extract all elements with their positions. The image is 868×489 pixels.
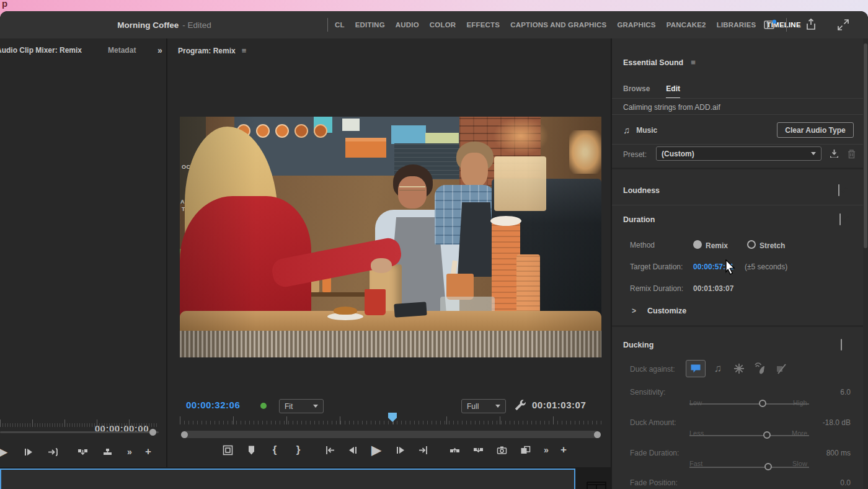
source-button-editor-add[interactable]: +	[140, 444, 156, 460]
project-title: Morning Coffee - Edited	[0, 11, 329, 38]
workspace-switcher-icon[interactable]	[763, 17, 777, 32]
program-button-editor-add[interactable]: +	[556, 442, 572, 458]
sequence-tracks-icon	[587, 481, 606, 489]
workspace-tab-graphics[interactable]: GRAPHICS	[617, 21, 655, 29]
delete-preset-icon[interactable]	[846, 148, 857, 163]
source-transport-overflow-icon[interactable]: »	[120, 444, 139, 460]
program-current-timecode[interactable]: 00:00:32:06	[186, 400, 240, 410]
duck-against-ambience-button[interactable]	[752, 362, 768, 375]
main-area: Audio Clip Mixer: Remix Metadat » 00:00:…	[0, 38, 868, 489]
comparison-view-button[interactable]	[513, 442, 537, 458]
clear-audio-type-button[interactable]: Clear Audio Type	[777, 122, 854, 138]
premiere-window: Morning Coffee - Edited CL EDITING AUDIO…	[0, 11, 868, 489]
sensitivity-value: 6.0	[795, 388, 851, 397]
go-to-in-button[interactable]	[317, 442, 341, 458]
source-ruler[interactable]	[0, 415, 159, 427]
duck-against-sfx-button[interactable]	[731, 362, 747, 375]
play-button[interactable]: ▶	[365, 442, 388, 458]
workspace-tab-pancake2[interactable]: PANCAKE2	[666, 21, 706, 29]
mark-in-button[interactable]: {	[263, 442, 286, 458]
workspace-tab-captions-and-graphics[interactable]: CAPTIONS AND GRAPHICS	[510, 21, 606, 29]
fade-duration-slider[interactable]	[689, 467, 809, 468]
source-scrollbar-knob[interactable]	[149, 429, 156, 436]
source-step-forward-button[interactable]	[16, 444, 40, 460]
preset-select[interactable]: (Custom)	[656, 146, 822, 161]
source-play-button[interactable]: ▶	[0, 444, 15, 460]
fade-duration-min-label: Fast	[689, 460, 702, 467]
fullscreen-icon[interactable]	[836, 17, 851, 32]
tab-edit[interactable]: Edit	[666, 84, 680, 99]
target-duration-label: Target Duration:	[630, 262, 683, 271]
sensitivity-slider[interactable]	[689, 403, 809, 405]
fade-duration-max-label: Slow	[792, 460, 807, 467]
source-overwrite-button[interactable]	[95, 444, 119, 460]
workspace-tab-audio[interactable]: AUDIO	[396, 21, 419, 29]
preset-value: (Custom)	[662, 150, 694, 158]
workspace-tab-libraries[interactable]: LIBRARIES	[717, 21, 756, 29]
duck-amount-min-label: Less	[689, 429, 704, 437]
add-marker-button[interactable]	[239, 442, 263, 458]
panel-menu-icon[interactable]: ≡	[691, 58, 696, 67]
mark-out-button[interactable]: }	[286, 442, 310, 458]
title-bar: Morning Coffee - Edited CL EDITING AUDIO…	[0, 11, 868, 38]
tab-metadata[interactable]: Metadat	[108, 46, 153, 55]
divider	[612, 325, 863, 327]
fade-duration-slider-handle[interactable]	[764, 463, 772, 470]
save-preset-icon[interactable]	[828, 148, 840, 163]
workspace-tab-cl[interactable]: CL	[335, 21, 345, 29]
selected-clip-name: Caliming strings from ADD.aif	[623, 103, 720, 112]
workspace-tab-effects[interactable]: EFFECTS	[466, 21, 500, 29]
duration-checkbox[interactable]	[839, 213, 841, 225]
panel-overflow-icon[interactable]: »	[157, 45, 162, 55]
step-back-button[interactable]	[341, 442, 365, 458]
tab-program-remix[interactable]: Program: Remix ≡	[178, 46, 246, 55]
source-insert-button[interactable]	[71, 444, 94, 460]
source-go-to-out-button[interactable]	[41, 444, 64, 460]
timeline-panel[interactable]	[0, 469, 575, 489]
workspace-tab-color[interactable]: COLOR	[430, 21, 456, 29]
panel-menu-icon[interactable]: ≡	[242, 46, 247, 55]
remix-duration-label: Remix Duration:	[630, 284, 683, 293]
left-panel-tabs: Audio Clip Mixer: Remix Metadat »	[0, 38, 166, 62]
duck-against-dialogue-button[interactable]	[686, 360, 706, 377]
program-transport-overflow-icon[interactable]: »	[537, 442, 556, 458]
divider	[612, 114, 863, 115]
fade-position-value: 0.0	[795, 478, 851, 487]
program-zoom-scrollbar[interactable]	[181, 431, 600, 438]
chevron-down-icon	[811, 152, 816, 155]
duck-amount-slider-handle[interactable]	[763, 431, 771, 439]
loudness-checkbox[interactable]	[838, 184, 839, 196]
lift-button[interactable]	[443, 442, 466, 458]
essential-sound-panel: Essential Sound ≡ Browse Edit Caliming s…	[612, 38, 868, 489]
method-label: Method	[630, 241, 655, 249]
fade-position-label: Fade Position:	[630, 478, 678, 487]
tab-browse[interactable]: Browse	[623, 84, 650, 99]
export-frame-button[interactable]	[490, 442, 513, 458]
duck-against-mixed-button[interactable]	[773, 362, 789, 375]
program-scrollbar-knob-right[interactable]	[594, 431, 601, 438]
method-remix-label: Remix	[706, 241, 728, 250]
method-stretch-radio[interactable]	[747, 240, 756, 249]
source-scrollbar[interactable]	[0, 431, 159, 433]
ducking-section-label: Ducking	[623, 341, 653, 349]
tab-audio-clip-mixer[interactable]: Audio Clip Mixer: Remix	[0, 46, 82, 55]
essential-sound-scrollbar-thumb[interactable]	[864, 43, 867, 248]
program-scrollbar-knob-left[interactable]	[181, 431, 188, 438]
fade-duration-label: Fade Duration:	[630, 449, 679, 457]
extract-button[interactable]	[466, 442, 490, 458]
customize-label[interactable]: Customize	[647, 307, 686, 315]
method-remix-radio[interactable]	[693, 240, 702, 249]
go-to-out-button[interactable]	[412, 442, 435, 458]
safe-margins-button[interactable]	[216, 442, 239, 458]
duck-against-music-button[interactable]: ♫	[710, 362, 726, 375]
program-duration-timecode: 00:01:03:07	[532, 400, 586, 410]
ducking-checkbox[interactable]	[841, 339, 842, 351]
workspace-tab-editing[interactable]: EDITING	[355, 21, 385, 29]
export-share-icon[interactable]	[804, 17, 818, 32]
customize-chevron-icon[interactable]: >	[632, 307, 636, 315]
program-video-frame[interactable]: OCHA ANDLI TTE	[180, 117, 601, 357]
sensitivity-slider-handle[interactable]	[759, 400, 766, 407]
settings-wrench-icon[interactable]	[513, 398, 527, 412]
step-forward-button[interactable]	[388, 442, 412, 458]
sensitivity-label: Sensitivity:	[630, 388, 665, 397]
